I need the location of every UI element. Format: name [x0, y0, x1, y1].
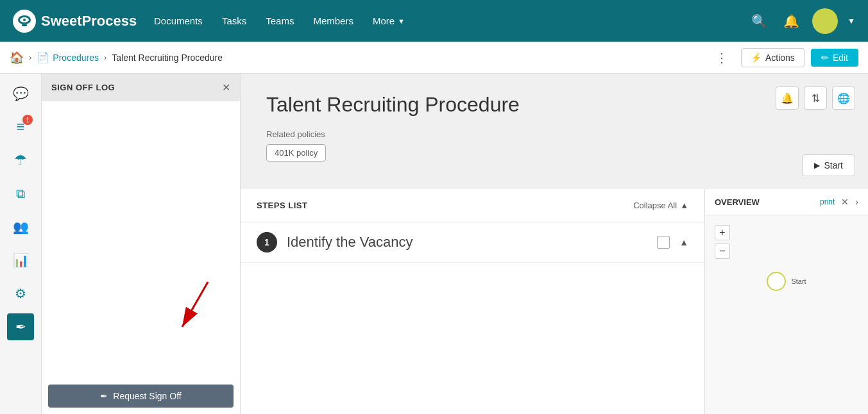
nav-members[interactable]: Members — [313, 15, 353, 26]
nav-teams[interactable]: Teams — [266, 15, 294, 26]
header-icon-group: 🔔 ⇅ 🌐 — [776, 87, 855, 110]
umbrella-icon: ☂ — [14, 152, 27, 169]
overview-diagram: Start — [767, 272, 806, 291]
sidebar-item-chart[interactable]: 📊 — [7, 247, 34, 274]
start-button[interactable]: ▶ Start — [802, 154, 855, 176]
breadcrumb-bar: 🏠 › 📄 Procedures › Talent Recruiting Pro… — [0, 42, 868, 74]
sidebar-item-team[interactable]: 👥 — [7, 213, 34, 240]
sort-icon-btn[interactable]: ⇅ — [804, 87, 827, 110]
main-layout: 💬 ≡ 1 ☂ ⧉ 👥 📊 ⚙ ✒ SIGN OFF LOG ✕ — [0, 74, 868, 414]
svg-rect-3 — [22, 24, 27, 26]
copy-icon: ⧉ — [16, 186, 25, 201]
team-icon: 👥 — [13, 219, 29, 235]
avatar-dropdown-icon[interactable]: ▼ — [847, 17, 855, 26]
breadcrumb-right: ⋮ ⚡ Actions ✏ Edit — [710, 47, 858, 68]
play-icon: ▶ — [814, 161, 820, 170]
sidebar-item-list[interactable]: ≡ 1 — [7, 113, 34, 140]
nav-documents[interactable]: Documents — [154, 15, 203, 26]
three-dots-button[interactable]: ⋮ — [710, 47, 735, 68]
sidebar-icons: 💬 ≡ 1 ☂ ⧉ 👥 📊 ⚙ ✒ — [0, 74, 42, 414]
table-row: 1 Identify the Vacancy ▲ — [241, 222, 704, 263]
sidebar-item-chat[interactable]: 💬 — [7, 80, 34, 107]
bell-button[interactable]: 🔔 — [780, 10, 803, 32]
doc-icon: 📄 — [37, 51, 49, 63]
lightning-icon: ⚡ — [751, 53, 762, 63]
svg-line-5 — [182, 282, 208, 327]
overview-title: OVERVIEW — [715, 197, 813, 207]
signoff-body — [42, 101, 240, 378]
procedure-header: 🔔 ⇅ 🌐 Talent Recruiting Procedure Relate… — [241, 74, 868, 189]
procedure-title: Talent Recruiting Procedure — [266, 93, 842, 117]
step-number: 1 — [257, 232, 277, 253]
overview-panel: OVERVIEW print ✕ › + − Start — [704, 189, 868, 414]
related-policies-label: Related policies — [266, 129, 842, 139]
breadcrumb-current: Talent Recruiting Procedure — [112, 53, 223, 63]
overview-next-button[interactable]: › — [855, 197, 858, 207]
home-breadcrumb[interactable]: 🏠 — [10, 51, 24, 65]
sidebar-item-umbrella[interactable]: ☂ — [7, 147, 34, 174]
sidebar-item-script[interactable]: ✒ — [7, 313, 34, 340]
chevron-down-icon: ▼ — [398, 17, 405, 25]
overview-close-button[interactable]: ✕ — [841, 197, 849, 207]
start-label: Start — [791, 277, 806, 285]
list-badge: 1 — [22, 115, 33, 125]
chevron-up-icon: ▲ — [680, 201, 688, 210]
avatar[interactable] — [812, 8, 838, 34]
globe-icon-btn[interactable]: 🌐 — [832, 87, 855, 110]
request-signoff-button[interactable]: ✒ Request Sign Off — [48, 385, 234, 408]
signoff-icon: ✒ — [100, 391, 108, 401]
chat-icon: 💬 — [13, 86, 29, 101]
script-icon: ✒ — [15, 319, 26, 335]
collapse-all-btn[interactable]: Collapse All ▲ — [633, 201, 688, 210]
zoom-in-button[interactable]: + — [715, 225, 730, 240]
red-arrow-indicator — [169, 276, 221, 340]
step-checkbox[interactable] — [657, 236, 670, 249]
sidebar-item-settings[interactable]: ⚙ — [7, 280, 34, 307]
step-chevron-icon[interactable]: ▲ — [679, 237, 688, 247]
edit-button[interactable]: ✏ Edit — [811, 49, 858, 67]
logo-text: SweetProcess — [41, 13, 137, 29]
overview-zoom-controls: + − — [715, 225, 730, 259]
settings-icon: ⚙ — [15, 286, 26, 301]
search-button[interactable]: 🔍 — [748, 10, 770, 32]
start-circle — [767, 272, 786, 291]
breadcrumb-sep-2: › — [104, 53, 106, 62]
actions-button[interactable]: ⚡ Actions — [741, 48, 804, 67]
bell-icon-btn[interactable]: 🔔 — [776, 87, 799, 110]
logo-icon — [13, 10, 36, 33]
sidebar-item-copy[interactable]: ⧉ — [7, 180, 34, 207]
nav-tasks[interactable]: Tasks — [222, 15, 246, 26]
zoom-out-button[interactable]: − — [715, 244, 730, 259]
steps-header: STEPS LIST Collapse All ▲ — [241, 189, 704, 222]
chart-icon: 📊 — [13, 253, 29, 268]
signoff-header: SIGN OFF LOG ✕ — [42, 74, 240, 101]
steps-section: STEPS LIST Collapse All ▲ 1 Identify the… — [241, 189, 704, 414]
step-title: Identify the Vacancy — [287, 234, 647, 251]
logo-area: SweetProcess — [13, 10, 154, 33]
overview-header: OVERVIEW print ✕ › — [705, 189, 868, 215]
nav-links: Documents Tasks Teams Members More ▼ — [154, 15, 748, 26]
procedures-breadcrumb[interactable]: 📄 Procedures — [37, 51, 99, 63]
nav-right-area: 🔍 🔔 ▼ — [748, 8, 855, 34]
breadcrumb-sep-1: › — [29, 53, 31, 62]
svg-point-2 — [23, 19, 26, 21]
policy-tag[interactable]: 401K policy — [266, 144, 326, 161]
edit-icon: ✏ — [821, 53, 829, 63]
overview-print-btn[interactable]: print — [820, 197, 835, 206]
signoff-close-button[interactable]: ✕ — [222, 81, 230, 94]
signoff-panel: SIGN OFF LOG ✕ ✒ Request Sign Off — [42, 74, 241, 414]
nav-more[interactable]: More ▼ — [373, 15, 405, 26]
overview-body: + − Start — [705, 215, 868, 414]
signoff-footer: ✒ Request Sign Off — [42, 378, 240, 414]
breadcrumb-left: 🏠 › 📄 Procedures › Talent Recruiting Pro… — [10, 51, 223, 65]
steps-title: STEPS LIST — [257, 201, 307, 210]
top-navigation: SweetProcess Documents Tasks Teams Membe… — [0, 0, 868, 42]
